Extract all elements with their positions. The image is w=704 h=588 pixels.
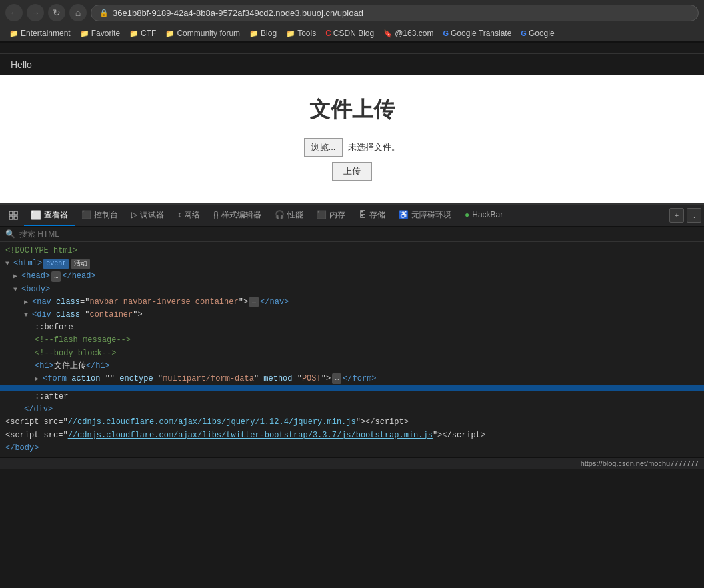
mail-icon: 🔖 [383, 29, 393, 38]
google-icon: G [521, 29, 527, 37]
bookmark-ctf[interactable]: 📁 CTF [125, 27, 160, 39]
devtools-more-button[interactable]: ⋮ [687, 208, 701, 223]
bookmark-label: @163.com [395, 29, 433, 38]
address-bar[interactable]: 🔒 36e1b8bf-9189-42a4-8b8a-9572af349cd2.n… [91, 5, 699, 21]
script2-link[interactable]: //cdnjs.cloudflare.com/ajax/libs/twitter… [68, 431, 433, 440]
body-toggle[interactable] [13, 283, 21, 296]
tab-memory[interactable]: ⬛ 内存 [310, 205, 352, 226]
bookmark-entertainment[interactable]: 📁 Entertainment [5, 27, 75, 39]
bookmark-label: CTF [141, 29, 156, 38]
tab-memory-icon: ⬛ [317, 210, 327, 219]
tab-accessibility-icon: ♿ [399, 210, 409, 219]
tab-console[interactable]: ⬛ 控制台 [75, 205, 125, 226]
csdn-icon: C [325, 29, 331, 38]
tab-accessibility[interactable]: ♿ 无障碍环境 [392, 205, 458, 226]
head-toggle[interactable] [13, 270, 21, 283]
tab-console-icon: ⬛ [81, 210, 91, 219]
after-line: ::after [0, 391, 704, 403]
nav-toggle[interactable] [24, 296, 32, 309]
tab-inspector-icon: ⬜ [31, 210, 41, 220]
folder-icon: 📁 [80, 29, 89, 38]
file-browse-button[interactable]: 浏览... [304, 138, 343, 157]
svg-rect-0 [9, 211, 13, 215]
tab-storage-label: 存储 [369, 209, 385, 221]
devtools-inspector-icon[interactable] [3, 205, 24, 226]
tab-debugger-label: 调试器 [140, 209, 164, 221]
flash-comment-line: <!--flash message--> [0, 334, 704, 347]
tab-storage[interactable]: 🗄 存储 [352, 205, 392, 226]
tab-hackbar-icon: ● [465, 210, 469, 219]
tab-style-editor[interactable]: {} 样式编辑器 [207, 205, 268, 226]
tab-debugger[interactable]: ▷ 调试器 [125, 205, 171, 226]
search-input[interactable] [19, 229, 699, 239]
status-url: https://blog.csdn.net/mochu7777777 [581, 459, 699, 467]
head-expand-badge[interactable]: … [51, 271, 61, 282]
back-button[interactable]: ← [5, 4, 23, 21]
tab-inspector[interactable]: ⬜ 查看器 [24, 205, 75, 226]
bookmark-blog[interactable]: 📁 Blog [245, 27, 281, 39]
tab-performance-label: 性能 [287, 209, 303, 221]
form-line: <form action="" enctype="multipart/form-… [0, 373, 704, 385]
bookmark-csdn[interactable]: C CSDN Blog [321, 27, 378, 39]
body-start-line: <body> [0, 283, 704, 296]
bookmark-favorite[interactable]: 📁 Favorite [76, 27, 124, 39]
bookmark-label: Tools [297, 29, 316, 38]
tab-style-editor-icon: {} [213, 210, 219, 219]
html-tag-line: <html> event 活动 [0, 257, 704, 270]
form-toggle[interactable] [35, 373, 43, 385]
nav-expand[interactable]: … [249, 297, 259, 307]
div-toggle[interactable] [24, 309, 32, 321]
script1-link[interactable]: //cdnjs.cloudflare.com/ajax/libs/jquery/… [68, 417, 356, 427]
devtools-toolbar-right: + ⋮ [669, 208, 701, 223]
form-expand-badge[interactable]: … [332, 373, 341, 384]
file-placeholder-label: 未选择文件。 [348, 141, 400, 153]
tab-inspector-label: 查看器 [44, 209, 68, 221]
folder-icon: 📁 [9, 29, 19, 38]
h1-line: <h1> 文件上传 </h1> [0, 360, 704, 373]
page-title: 文件上传 [20, 95, 684, 125]
script2-line: <script src="//cdnjs.cloudflare.com/ajax… [0, 429, 704, 442]
lock-icon: 🔒 [99, 9, 109, 17]
google-translate-icon: G [443, 29, 449, 37]
script1-line: <script src="//cdnjs.cloudflare.com/ajax… [0, 416, 704, 429]
url-text: 36e1b8bf-9189-42a4-8b8a-9572af349cd2.nod… [113, 8, 363, 18]
body-end-line: </body> [0, 442, 704, 455]
devtools-add-button[interactable]: + [669, 208, 684, 223]
bookmark-community-forum[interactable]: 📁 Community forum [161, 27, 244, 39]
tab-accessibility-label: 无障碍环境 [411, 209, 451, 221]
tab-storage-icon: 🗄 [359, 210, 367, 219]
event-badge[interactable]: event [43, 259, 69, 269]
folder-icon: 📁 [249, 29, 259, 38]
bookmark-google-translate[interactable]: G Google Translate [439, 27, 515, 39]
home-button[interactable]: ⌂ [69, 4, 87, 21]
page-area: Hello 文件上传 浏览... 未选择文件。 上传 [0, 43, 704, 203]
code-block [0, 385, 704, 391]
devtools-toolbar: ⬜ 查看器 ⬛ 控制台 ▷ 调试器 ↕ 网络 {} 样式编辑器 🎧 性能 ⬛ 内… [0, 205, 704, 227]
tab-debugger-icon: ▷ [131, 210, 137, 219]
tab-performance[interactable]: 🎧 性能 [268, 205, 310, 226]
tab-network-label: 网络 [184, 209, 200, 221]
bookmark-tools[interactable]: 📁 Tools [282, 27, 320, 39]
bookmark-163[interactable]: 🔖 @163.com [379, 27, 437, 39]
tab-hackbar-label: HackBar [472, 210, 503, 219]
before-line: ::before [0, 321, 704, 334]
upload-submit-button[interactable]: 上传 [332, 162, 372, 181]
html-panel: <!DOCTYPE html> <html> event 活动 <head> …… [0, 242, 704, 457]
tab-hackbar[interactable]: ● HackBar [458, 206, 509, 225]
svg-rect-3 [14, 216, 17, 219]
expand-badge[interactable]: 活动 [71, 259, 90, 269]
doctype-line: <!DOCTYPE html> [0, 245, 704, 257]
body-comment-line: <!--body block--> [0, 347, 704, 360]
bookmark-label: Entertainment [21, 29, 71, 38]
browser-nav: ← → ↻ ⌂ 🔒 36e1b8bf-9189-42a4-8b8a-9572af… [0, 0, 704, 25]
tab-network[interactable]: ↕ 网络 [171, 205, 207, 226]
bookmarks-bar: 📁 Entertainment 📁 Favorite 📁 CTF 📁 Commu… [0, 25, 704, 42]
head-tag-line: <head> … </head> [0, 270, 704, 283]
html-toggle[interactable] [5, 257, 13, 270]
div-end-line: </div> [0, 403, 704, 416]
svg-rect-1 [14, 211, 17, 215]
refresh-button[interactable]: ↻ [48, 4, 65, 21]
hello-text: Hello [11, 59, 32, 70]
forward-button[interactable]: → [27, 4, 44, 21]
bookmark-google[interactable]: G Google [517, 27, 558, 39]
